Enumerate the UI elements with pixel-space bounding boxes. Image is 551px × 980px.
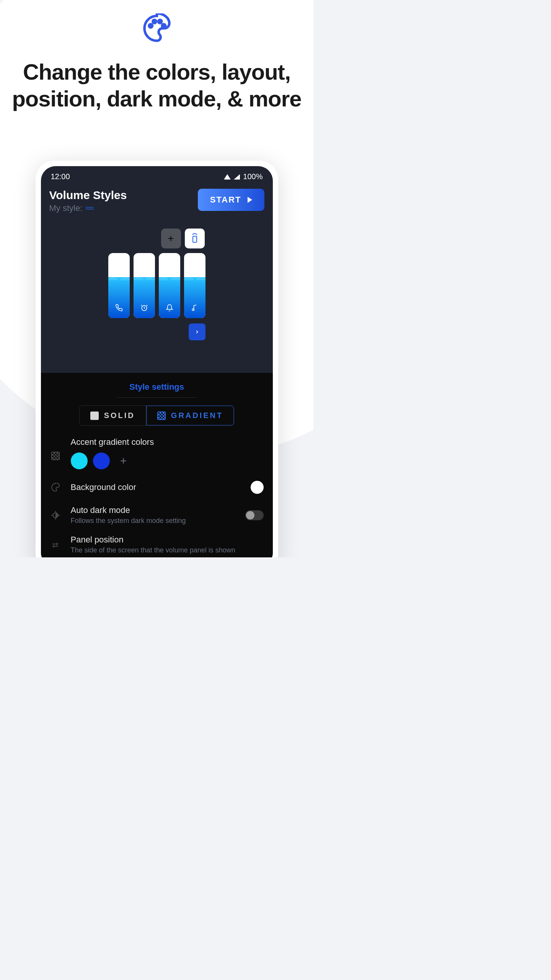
- slider-alarm[interactable]: [134, 253, 155, 318]
- waves-icon: ≈≈: [85, 203, 93, 213]
- dark-mode-toggle[interactable]: [245, 510, 264, 520]
- gradient-swatch-icon: [157, 412, 166, 420]
- sheet-underline: [117, 397, 197, 398]
- gradient-icon: [50, 452, 61, 460]
- app-subtitle-text: My style:: [49, 203, 83, 213]
- slider-media[interactable]: [184, 253, 205, 318]
- svg-point-0: [149, 24, 152, 27]
- background-color-label: Background color: [71, 482, 241, 492]
- slider-ring[interactable]: [159, 253, 180, 318]
- wifi-icon: [224, 174, 231, 180]
- promo-headline-line1: Change the colors, layout,: [23, 59, 290, 84]
- segment-gradient-label: GRADIENT: [171, 411, 223, 420]
- phone-screen: 12:00 100% Volume Styles My style: ≈≈ ST…: [41, 166, 273, 557]
- bell-icon: [159, 304, 180, 314]
- dark-mode-label: Auto dark mode: [71, 505, 235, 515]
- solid-swatch-icon: [90, 412, 99, 420]
- promo-headline-line2: position, dark mode, & more: [12, 86, 301, 111]
- remote-speaker-icon: [190, 233, 199, 244]
- add-color-button[interactable]: +: [115, 452, 132, 469]
- phone-frame: 12:00 100% Volume Styles My style: ≈≈ ST…: [36, 161, 278, 557]
- expand-button[interactable]: [189, 323, 205, 340]
- svg-point-1: [153, 20, 156, 23]
- app-subtitle: My style: ≈≈: [49, 203, 127, 213]
- accent-colors-label: Accent gradient colors: [71, 437, 264, 447]
- svg-rect-4: [193, 236, 197, 242]
- panel-position-sub: The side of the screen that the volume p…: [71, 546, 264, 554]
- svg-point-2: [158, 20, 161, 23]
- app-title: Volume Styles: [49, 189, 127, 202]
- plus-icon: +: [168, 232, 174, 245]
- music-icon: [184, 304, 205, 314]
- palette-small-icon: [50, 483, 61, 492]
- brightness-icon: [50, 510, 61, 520]
- start-button[interactable]: START: [198, 189, 264, 211]
- palette-icon: [0, 13, 313, 43]
- alarm-icon: [134, 304, 155, 314]
- signal-icon: [234, 174, 240, 180]
- background-color-swatch[interactable]: [251, 481, 264, 494]
- play-icon: [248, 197, 252, 203]
- preview-cast-button[interactable]: [185, 229, 205, 248]
- accent-color-2[interactable]: [93, 452, 110, 469]
- svg-point-3: [162, 24, 165, 27]
- status-bar: 12:00 100%: [41, 166, 273, 183]
- segment-solid[interactable]: SOLID: [79, 405, 146, 426]
- plus-icon: +: [120, 454, 127, 467]
- start-button-label: START: [210, 195, 241, 205]
- accent-color-1[interactable]: [71, 452, 88, 469]
- panel-position-label: Panel position: [71, 535, 264, 545]
- status-battery: 100%: [243, 172, 262, 181]
- phone-icon: [108, 304, 130, 314]
- promo-headline: Change the colors, layout, position, dar…: [0, 59, 313, 112]
- slider-call[interactable]: [108, 253, 130, 318]
- dark-mode-sub: Follows the system dark mode setting: [71, 517, 235, 525]
- status-time: 12:00: [51, 172, 70, 181]
- style-settings-sheet: Style settings SOLID GRADIENT: [41, 373, 273, 557]
- segment-gradient[interactable]: GRADIENT: [146, 405, 234, 426]
- swap-icon: ⇄: [50, 540, 61, 549]
- sheet-title: Style settings: [48, 382, 266, 392]
- segment-solid-label: SOLID: [104, 411, 135, 420]
- chevron-right-icon: [194, 329, 200, 335]
- segment-control: SOLID GRADIENT: [48, 405, 266, 426]
- volume-sliders: [108, 253, 205, 318]
- svg-point-6: [192, 309, 194, 311]
- preview-add-button[interactable]: +: [161, 229, 181, 248]
